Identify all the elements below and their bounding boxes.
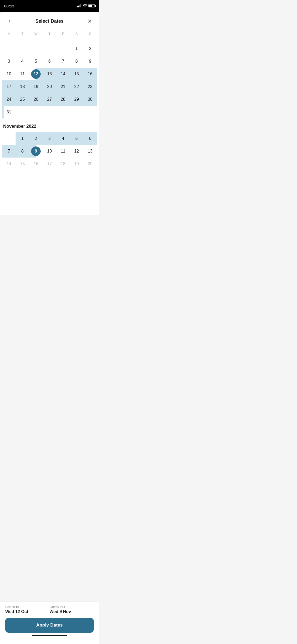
day-cell bbox=[56, 106, 70, 118]
day-cell bbox=[43, 106, 56, 118]
day-header-s1: S bbox=[70, 31, 83, 37]
day-cell-oct-7[interactable]: 7 bbox=[56, 55, 70, 68]
day-cell-oct-4[interactable]: 4 bbox=[16, 55, 29, 68]
day-cell[interactable] bbox=[2, 42, 16, 55]
day-cell-nov-16[interactable]: 16 bbox=[29, 158, 43, 170]
close-icon: ✕ bbox=[87, 18, 92, 24]
day-cell-oct-18[interactable]: 18 bbox=[16, 80, 29, 93]
day-cell-nov-17[interactable]: 17 bbox=[43, 158, 56, 170]
day-cell[interactable] bbox=[43, 42, 56, 55]
day-header-t2: T bbox=[43, 31, 56, 37]
day-header-m: M bbox=[2, 31, 16, 37]
day-cell-oct-27[interactable]: 27 bbox=[43, 93, 56, 106]
back-icon: ‹ bbox=[8, 18, 10, 25]
day-cell-oct-20[interactable]: 20 bbox=[43, 80, 56, 93]
close-button[interactable]: ✕ bbox=[85, 17, 94, 25]
day-cell-nov-15[interactable]: 15 bbox=[16, 158, 29, 170]
day-cell-oct-12[interactable]: 12 bbox=[29, 68, 43, 80]
day-cell-oct-13[interactable]: 13 bbox=[43, 68, 56, 80]
day-cell-oct-22[interactable]: 22 bbox=[70, 80, 83, 93]
modal-container: ‹ Select Dates ✕ M T W T F S S bbox=[0, 12, 99, 215]
day-cell-nov-2[interactable]: 2 bbox=[29, 132, 43, 145]
signal-icon bbox=[77, 4, 81, 7]
day-cell-oct-15[interactable]: 15 bbox=[70, 68, 83, 80]
day-cell bbox=[70, 106, 83, 118]
day-cell-oct-6[interactable]: 6 bbox=[43, 55, 56, 68]
day-cell-oct-24[interactable]: 24 bbox=[2, 93, 16, 106]
day-cell-oct-28[interactable]: 28 bbox=[56, 93, 70, 106]
status-icons bbox=[77, 4, 95, 8]
day-cell-nov-11[interactable]: 11 bbox=[56, 145, 70, 158]
day-cell bbox=[83, 106, 97, 118]
day-cell-nov-14[interactable]: 14 bbox=[2, 158, 16, 170]
day-cell-oct-5[interactable]: 5 bbox=[29, 55, 43, 68]
day-cell-oct-23[interactable]: 23 bbox=[83, 80, 97, 93]
day-cell[interactable] bbox=[16, 42, 29, 55]
day-cell-oct-25[interactable]: 25 bbox=[16, 93, 29, 106]
day-cell-nov-10[interactable]: 10 bbox=[43, 145, 56, 158]
day-cell-oct-3[interactable]: 3 bbox=[2, 55, 16, 68]
day-cell bbox=[29, 106, 43, 118]
october-section: 1 2 3 4 5 6 7 8 9 10 11 12 13 14 15 16 1… bbox=[0, 38, 99, 118]
day-cell-oct-9[interactable]: 9 bbox=[83, 55, 97, 68]
day-cell-nov-7[interactable]: 7 bbox=[2, 145, 16, 158]
day-cell-nov-5[interactable]: 5 bbox=[70, 132, 83, 145]
day-cell-oct-2[interactable]: 2 bbox=[83, 42, 97, 55]
day-cell[interactable] bbox=[29, 42, 43, 55]
wifi-icon bbox=[83, 4, 87, 8]
day-cell-oct-21[interactable]: 21 bbox=[56, 80, 70, 93]
day-cell bbox=[2, 132, 16, 145]
day-cell-oct-16[interactable]: 16 bbox=[83, 68, 97, 80]
day-cell-nov-8[interactable]: 8 bbox=[16, 145, 29, 158]
day-cell-nov-9[interactable]: 9 bbox=[29, 145, 43, 158]
day-cell-oct-14[interactable]: 14 bbox=[56, 68, 70, 80]
header: ‹ Select Dates ✕ bbox=[0, 12, 99, 29]
october-grid: 1 2 3 4 5 6 7 8 9 10 11 12 13 14 15 16 1… bbox=[2, 42, 97, 118]
day-cell-nov-1[interactable]: 1 bbox=[16, 132, 29, 145]
day-header-t1: T bbox=[16, 31, 29, 37]
day-cell-oct-31[interactable]: 31 bbox=[2, 106, 16, 118]
day-cell-nov-12[interactable]: 12 bbox=[70, 145, 83, 158]
day-cell-oct-11[interactable]: 11 bbox=[16, 68, 29, 80]
day-cell-oct-26[interactable]: 26 bbox=[29, 93, 43, 106]
day-cell-oct-17[interactable]: 17 bbox=[2, 80, 16, 93]
day-cell-nov-4[interactable]: 4 bbox=[56, 132, 70, 145]
day-header-w: W bbox=[29, 31, 43, 37]
page-title: Select Dates bbox=[35, 19, 64, 24]
battery-icon bbox=[88, 4, 95, 7]
calendar-scroll[interactable]: 1 2 3 4 5 6 7 8 9 10 11 12 13 14 15 16 1… bbox=[0, 38, 99, 176]
day-header-f: F bbox=[56, 31, 70, 37]
november-grid: 1 2 3 4 5 6 7 8 9 10 11 12 13 14 15 16 1… bbox=[2, 132, 97, 170]
day-cell-nov-6[interactable]: 6 bbox=[83, 132, 97, 145]
day-cell-oct-30[interactable]: 30 bbox=[83, 93, 97, 106]
day-cell-nov-20[interactable]: 20 bbox=[83, 158, 97, 170]
day-cell bbox=[16, 106, 29, 118]
day-cell-nov-13[interactable]: 13 bbox=[83, 145, 97, 158]
day-cell-oct-8[interactable]: 8 bbox=[70, 55, 83, 68]
day-headers: M T W T F S S bbox=[0, 29, 99, 38]
status-time: 08:13 bbox=[4, 4, 14, 8]
day-cell-oct-1[interactable]: 1 bbox=[70, 42, 83, 55]
day-header-s2: S bbox=[83, 31, 97, 37]
day-cell-oct-29[interactable]: 29 bbox=[70, 93, 83, 106]
november-section: November 2022 1 2 3 4 5 6 7 8 9 10 11 12… bbox=[0, 118, 99, 170]
november-title: November 2022 bbox=[2, 124, 97, 132]
status-bar: 08:13 bbox=[0, 0, 99, 12]
day-cell[interactable] bbox=[56, 42, 70, 55]
day-cell-nov-3[interactable]: 3 bbox=[43, 132, 56, 145]
back-button[interactable]: ‹ bbox=[5, 17, 14, 25]
day-cell-oct-10[interactable]: 10 bbox=[2, 68, 16, 80]
day-cell-nov-19[interactable]: 19 bbox=[70, 158, 83, 170]
day-cell-nov-18[interactable]: 18 bbox=[56, 158, 70, 170]
day-cell-oct-19[interactable]: 19 bbox=[29, 80, 43, 93]
